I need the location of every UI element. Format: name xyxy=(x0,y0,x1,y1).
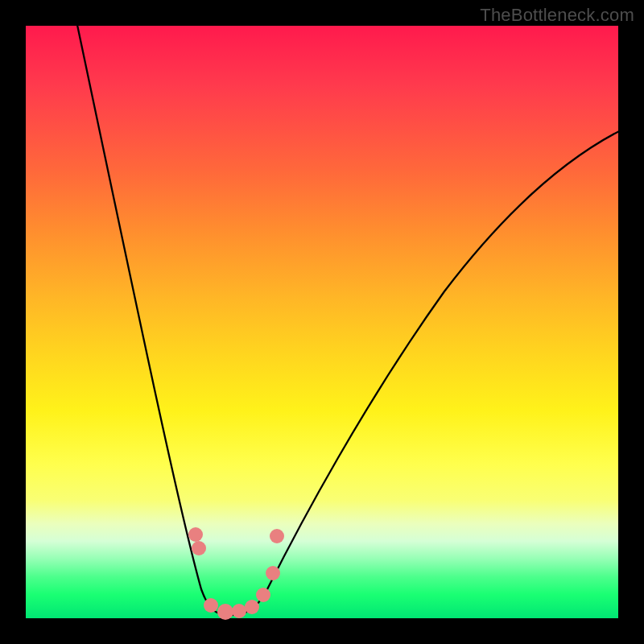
marker xyxy=(217,604,233,620)
marker xyxy=(245,600,259,614)
marker xyxy=(188,527,203,542)
chart-frame: TheBottleneck.com xyxy=(0,0,644,644)
curve-layer xyxy=(26,26,618,618)
marker xyxy=(256,588,270,602)
marker xyxy=(204,598,218,613)
marker xyxy=(192,541,206,555)
marker-group xyxy=(188,527,284,620)
marker xyxy=(270,529,284,543)
plot-area xyxy=(26,26,618,618)
watermark-text: TheBottleneck.com xyxy=(480,5,634,26)
bottleneck-curve xyxy=(74,10,638,615)
marker xyxy=(232,604,246,618)
marker xyxy=(266,566,280,580)
